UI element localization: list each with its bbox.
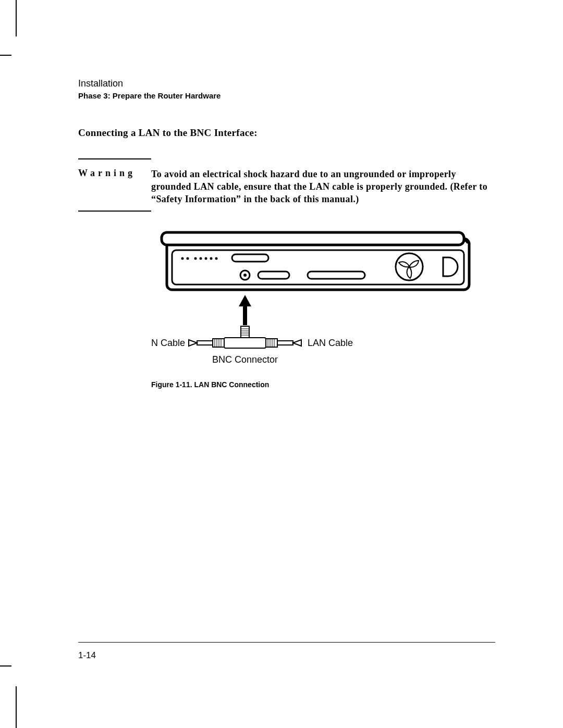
svg-rect-1 — [162, 232, 464, 245]
bnc-t-connector-icon — [213, 326, 277, 348]
warning-label: Warning — [78, 168, 151, 179]
svg-rect-25 — [213, 339, 224, 347]
warning-block: Warning To avoid an electrical shock haz… — [78, 158, 495, 212]
figure-caption: Figure 1-11. LAN BNC Connection — [151, 380, 485, 389]
crop-mark — [0, 665, 11, 667]
svg-marker-38 — [293, 340, 301, 346]
phase-title: Phase 3: Prepare the Router Hardware — [78, 91, 495, 100]
svg-point-8 — [205, 257, 207, 260]
svg-rect-35 — [197, 341, 213, 345]
svg-rect-30 — [266, 339, 277, 347]
svg-marker-17 — [239, 295, 251, 306]
svg-rect-18 — [243, 305, 247, 325]
label-bnc-connector: BNC Connector — [212, 354, 278, 365]
label-lan-cable-right: LAN Cable — [308, 338, 353, 348]
svg-rect-19 — [241, 326, 249, 338]
svg-point-5 — [187, 257, 189, 260]
warning-text: To avoid an electrical shock hazard due … — [151, 168, 495, 206]
svg-point-7 — [200, 257, 202, 260]
section-heading: Connecting a LAN to the BNC Interface: — [78, 127, 495, 139]
footer-rule — [78, 642, 495, 643]
svg-rect-0 — [167, 239, 469, 290]
rule — [78, 211, 151, 212]
svg-marker-36 — [189, 340, 197, 346]
svg-point-13 — [243, 274, 247, 277]
chapter-title: Installation — [78, 78, 495, 89]
svg-point-4 — [181, 257, 184, 260]
page-number: 1-14 — [78, 650, 96, 661]
svg-point-10 — [215, 257, 218, 260]
crop-mark — [16, 686, 17, 728]
svg-rect-24 — [224, 338, 266, 348]
svg-point-6 — [194, 257, 197, 260]
svg-rect-37 — [277, 341, 293, 345]
lan-cable-right-icon — [277, 340, 301, 346]
label-lan-cable-left: LAN Cable — [151, 338, 185, 348]
rule — [78, 158, 151, 159]
lan-cable-left-icon — [189, 340, 213, 346]
crop-mark — [0, 55, 11, 56]
svg-point-9 — [210, 257, 213, 260]
router-icon — [162, 232, 469, 290]
arrow-up-icon — [239, 295, 251, 325]
crop-mark — [16, 0, 17, 36]
figure-lan-bnc: LAN Cable LAN Cable BNC Connector Figure… — [151, 227, 485, 389]
